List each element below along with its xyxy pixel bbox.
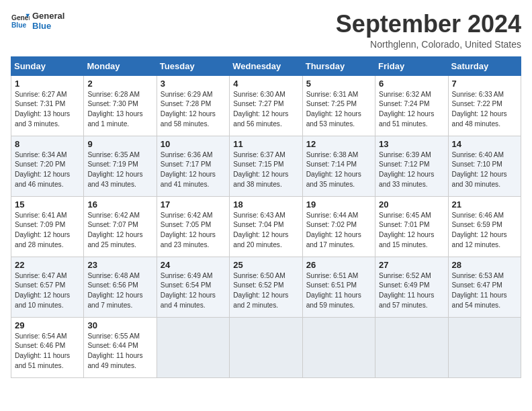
day-info: Sunrise: 6:51 AM Sunset: 6:51 PM Dayligh… xyxy=(306,271,371,311)
day-info: Sunrise: 6:44 AM Sunset: 7:02 PM Dayligh… xyxy=(306,211,371,250)
day-number: 29 xyxy=(15,320,80,330)
calendar-cell: 19Sunrise: 6:44 AM Sunset: 7:02 PM Dayli… xyxy=(302,196,375,257)
calendar-cell: 7Sunrise: 6:33 AM Sunset: 7:22 PM Daylig… xyxy=(448,75,521,136)
calendar-week-2: 15Sunrise: 6:41 AM Sunset: 7:09 PM Dayli… xyxy=(11,196,521,257)
day-info: Sunrise: 6:37 AM Sunset: 7:15 PM Dayligh… xyxy=(233,150,298,190)
day-number: 11 xyxy=(233,139,298,149)
day-info: Sunrise: 6:48 AM Sunset: 6:56 PM Dayligh… xyxy=(87,271,152,311)
day-number: 26 xyxy=(306,260,371,270)
calendar-week-4: 29Sunrise: 6:54 AM Sunset: 6:46 PM Dayli… xyxy=(11,317,521,377)
calendar-cell: 14Sunrise: 6:40 AM Sunset: 7:10 PM Dayli… xyxy=(448,136,521,196)
day-info: Sunrise: 6:27 AM Sunset: 7:31 PM Dayligh… xyxy=(15,90,80,130)
day-number: 13 xyxy=(379,139,444,149)
calendar-cell: 30Sunrise: 6:55 AM Sunset: 6:44 PM Dayli… xyxy=(84,317,157,377)
calendar-cell: 22Sunrise: 6:47 AM Sunset: 6:57 PM Dayli… xyxy=(11,257,84,317)
day-number: 27 xyxy=(379,260,444,270)
calendar-cell: 5Sunrise: 6:31 AM Sunset: 7:25 PM Daylig… xyxy=(302,75,375,136)
day-number: 7 xyxy=(452,79,517,89)
header-friday: Friday xyxy=(375,56,448,75)
day-number: 22 xyxy=(15,260,80,270)
day-info: Sunrise: 6:35 AM Sunset: 7:19 PM Dayligh… xyxy=(87,150,152,190)
calendar-cell xyxy=(302,317,375,377)
calendar-cell: 25Sunrise: 6:50 AM Sunset: 6:52 PM Dayli… xyxy=(230,257,302,317)
day-info: Sunrise: 6:39 AM Sunset: 7:12 PM Dayligh… xyxy=(379,150,444,190)
day-info: Sunrise: 6:46 AM Sunset: 6:59 PM Dayligh… xyxy=(452,211,517,250)
day-number: 20 xyxy=(379,199,444,210)
header-thursday: Thursday xyxy=(302,56,375,75)
logo: General Blue General Blue xyxy=(11,11,64,31)
header-wednesday: Wednesday xyxy=(230,56,302,75)
day-number: 4 xyxy=(233,79,298,89)
calendar-cell: 13Sunrise: 6:39 AM Sunset: 7:12 PM Dayli… xyxy=(375,136,448,196)
day-info: Sunrise: 6:45 AM Sunset: 7:01 PM Dayligh… xyxy=(379,211,444,250)
day-info: Sunrise: 6:43 AM Sunset: 7:04 PM Dayligh… xyxy=(233,211,298,250)
calendar-body: 1Sunrise: 6:27 AM Sunset: 7:31 PM Daylig… xyxy=(11,75,521,377)
location: Northglenn, Colorado, United States xyxy=(336,39,521,50)
calendar-week-0: 1Sunrise: 6:27 AM Sunset: 7:31 PM Daylig… xyxy=(11,75,521,136)
day-number: 8 xyxy=(15,139,80,149)
calendar-header: SundayMondayTuesdayWednesdayThursdayFrid… xyxy=(11,56,521,75)
logo-icon: General Blue xyxy=(11,11,30,30)
calendar-week-1: 8Sunrise: 6:34 AM Sunset: 7:20 PM Daylig… xyxy=(11,136,521,196)
day-number: 28 xyxy=(452,260,517,270)
calendar-cell xyxy=(230,317,302,377)
day-number: 18 xyxy=(233,199,298,210)
calendar-week-3: 22Sunrise: 6:47 AM Sunset: 6:57 PM Dayli… xyxy=(11,257,521,317)
day-info: Sunrise: 6:47 AM Sunset: 6:57 PM Dayligh… xyxy=(15,271,80,311)
day-number: 1 xyxy=(15,79,80,89)
day-info: Sunrise: 6:36 AM Sunset: 7:17 PM Dayligh… xyxy=(161,150,226,190)
calendar-cell: 6Sunrise: 6:32 AM Sunset: 7:24 PM Daylig… xyxy=(375,75,448,136)
calendar-cell: 27Sunrise: 6:52 AM Sunset: 6:49 PM Dayli… xyxy=(375,257,448,317)
header-monday: Monday xyxy=(84,56,157,75)
day-info: Sunrise: 6:30 AM Sunset: 7:27 PM Dayligh… xyxy=(233,90,298,130)
day-number: 15 xyxy=(15,199,80,210)
day-info: Sunrise: 6:55 AM Sunset: 6:44 PM Dayligh… xyxy=(87,332,152,371)
calendar-cell: 1Sunrise: 6:27 AM Sunset: 7:31 PM Daylig… xyxy=(11,75,84,136)
day-number: 30 xyxy=(87,320,152,330)
day-number: 3 xyxy=(161,79,226,89)
logo-line2: Blue xyxy=(32,21,64,31)
svg-text:Blue: Blue xyxy=(11,21,27,29)
calendar-cell: 29Sunrise: 6:54 AM Sunset: 6:46 PM Dayli… xyxy=(11,317,84,377)
day-number: 10 xyxy=(161,139,226,149)
header-tuesday: Tuesday xyxy=(157,56,229,75)
day-number: 9 xyxy=(87,139,152,149)
title-block: September 2024 Northglenn, Colorado, Uni… xyxy=(336,11,521,50)
logo-line1: General xyxy=(32,11,64,21)
day-number: 5 xyxy=(306,79,371,89)
calendar-cell: 11Sunrise: 6:37 AM Sunset: 7:15 PM Dayli… xyxy=(230,136,302,196)
day-number: 24 xyxy=(161,260,226,270)
calendar-cell xyxy=(448,317,521,377)
day-info: Sunrise: 6:52 AM Sunset: 6:49 PM Dayligh… xyxy=(379,271,444,311)
calendar-cell: 24Sunrise: 6:49 AM Sunset: 6:54 PM Dayli… xyxy=(157,257,229,317)
day-info: Sunrise: 6:40 AM Sunset: 7:10 PM Dayligh… xyxy=(452,150,517,190)
header-sunday: Sunday xyxy=(11,56,84,75)
day-number: 17 xyxy=(161,199,226,210)
day-info: Sunrise: 6:32 AM Sunset: 7:24 PM Dayligh… xyxy=(379,90,444,130)
day-number: 6 xyxy=(379,79,444,89)
calendar-cell xyxy=(157,317,229,377)
day-info: Sunrise: 6:38 AM Sunset: 7:14 PM Dayligh… xyxy=(306,150,371,190)
day-info: Sunrise: 6:33 AM Sunset: 7:22 PM Dayligh… xyxy=(452,90,517,130)
calendar-cell: 16Sunrise: 6:42 AM Sunset: 7:07 PM Dayli… xyxy=(84,196,157,257)
day-number: 16 xyxy=(87,199,152,210)
day-info: Sunrise: 6:29 AM Sunset: 7:28 PM Dayligh… xyxy=(161,90,226,130)
calendar-cell xyxy=(375,317,448,377)
day-info: Sunrise: 6:50 AM Sunset: 6:52 PM Dayligh… xyxy=(233,271,298,311)
day-info: Sunrise: 6:54 AM Sunset: 6:46 PM Dayligh… xyxy=(15,332,80,371)
day-number: 12 xyxy=(306,139,371,149)
calendar-cell: 26Sunrise: 6:51 AM Sunset: 6:51 PM Dayli… xyxy=(302,257,375,317)
calendar-cell: 2Sunrise: 6:28 AM Sunset: 7:30 PM Daylig… xyxy=(84,75,157,136)
day-info: Sunrise: 6:53 AM Sunset: 6:47 PM Dayligh… xyxy=(452,271,517,311)
day-number: 14 xyxy=(452,139,517,149)
day-number: 23 xyxy=(87,260,152,270)
page-header: General Blue General Blue September 2024… xyxy=(11,11,521,50)
day-info: Sunrise: 6:34 AM Sunset: 7:20 PM Dayligh… xyxy=(15,150,80,190)
calendar-cell: 23Sunrise: 6:48 AM Sunset: 6:56 PM Dayli… xyxy=(84,257,157,317)
calendar-cell: 18Sunrise: 6:43 AM Sunset: 7:04 PM Dayli… xyxy=(230,196,302,257)
calendar-cell: 10Sunrise: 6:36 AM Sunset: 7:17 PM Dayli… xyxy=(157,136,229,196)
day-number: 19 xyxy=(306,199,371,210)
header-saturday: Saturday xyxy=(448,56,521,75)
calendar-cell: 20Sunrise: 6:45 AM Sunset: 7:01 PM Dayli… xyxy=(375,196,448,257)
calendar-cell: 9Sunrise: 6:35 AM Sunset: 7:19 PM Daylig… xyxy=(84,136,157,196)
